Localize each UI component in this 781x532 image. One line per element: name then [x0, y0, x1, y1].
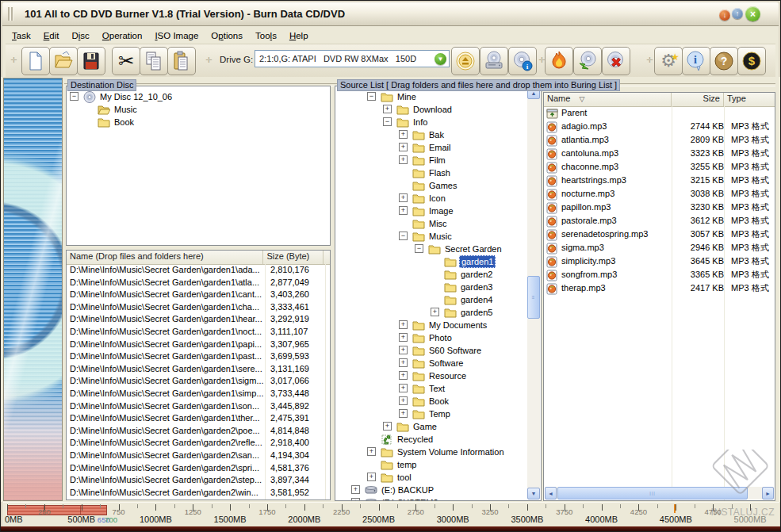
tree-item-label[interactable]: My Documents	[427, 319, 488, 331]
tree-item[interactable]: +Image	[335, 205, 529, 217]
tree-item-label[interactable]: Temp	[427, 408, 452, 420]
tree-item-label[interactable]: Image	[427, 205, 455, 217]
maximize-button[interactable]: ↑	[732, 8, 743, 19]
copy-button[interactable]	[140, 47, 168, 75]
burn-list-row[interactable]: D:\Mine\Info\Music\Secret Garden\garden1…	[67, 301, 330, 314]
tree-item-label[interactable]: System Volume Information	[396, 446, 506, 458]
source-vscrollbar[interactable]: ▲ ≡ ▼	[527, 87, 540, 499]
tree-item-label[interactable]: Photo	[427, 331, 454, 344]
expand-icon[interactable]: +	[383, 105, 392, 113]
expand-icon[interactable]: +	[367, 447, 376, 456]
expand-icon[interactable]: +	[399, 143, 408, 151]
tree-item[interactable]: temp	[335, 458, 529, 471]
burn-list-row[interactable]: D:\Mine\Info\Music\Secret Garden\garden1…	[67, 375, 330, 388]
menu-iso-image[interactable]: ISO Image	[148, 29, 205, 42]
file-list-row[interactable]: heartstrings.mp33215 KBMP3 格式	[544, 174, 775, 187]
tree-item-label[interactable]: garden4	[459, 293, 494, 306]
burn-col-size[interactable]: Size (Byte)	[263, 251, 324, 264]
file-list-row[interactable]: sigma.mp32946 KBMP3 格式	[544, 241, 775, 255]
tree-item[interactable]: +Text	[335, 382, 529, 395]
tree-item-label[interactable]: (E:) BACKUP	[380, 484, 435, 496]
burn-list-row[interactable]: D:\Mine\Info\Music\Secret Garden\garden1…	[67, 412, 330, 425]
expand-icon[interactable]: +	[399, 130, 408, 139]
file-list-row[interactable]: atlantia.mp32809 KBMP3 格式	[544, 133, 775, 147]
settings-button[interactable]: ⚙★	[654, 47, 683, 75]
tree-item[interactable]: +Software	[335, 357, 529, 369]
expand-icon[interactable]: +	[399, 333, 408, 342]
file-col-type[interactable]: Type	[724, 93, 775, 106]
tree-item[interactable]: +S60 Software	[335, 344, 529, 357]
tree-item[interactable]: −Music	[335, 230, 529, 243]
menu-tools[interactable]: Tools	[249, 29, 283, 42]
tree-item[interactable]: −Secret Garden	[335, 243, 529, 255]
tree-item-label[interactable]: Bak	[427, 128, 446, 141]
burn-list-row[interactable]: D:\Mine\Info\Music\Secret Garden\garden2…	[67, 450, 330, 462]
tree-item-label[interactable]: garden2	[459, 268, 494, 281]
tree-item-label[interactable]: Icon	[427, 192, 447, 205]
menu-help[interactable]: Help	[283, 29, 315, 42]
expand-icon[interactable]: +	[399, 384, 408, 392]
tree-item[interactable]: +System Volume Information	[335, 446, 529, 458]
collapse-icon[interactable]: −	[70, 92, 78, 101]
file-list-row[interactable]: adagio.mp32744 KBMP3 格式	[544, 120, 775, 133]
expand-icon[interactable]: +	[367, 473, 376, 481]
tree-item[interactable]: −My Disc 12_10_06	[67, 90, 330, 103]
tree-item[interactable]: +My Documents	[335, 319, 529, 331]
tree-item-label[interactable]: Info	[412, 116, 429, 128]
tree-item-label[interactable]: Resource	[427, 369, 468, 382]
tree-item-label[interactable]: My Disc 12_10_06	[98, 90, 174, 103]
hscroll-thumb[interactable]: |||	[557, 487, 748, 499]
file-col-name[interactable]: Name ▽	[544, 93, 672, 106]
tree-item-label[interactable]: garden1	[459, 255, 496, 268]
tree-item[interactable]: garden3	[335, 281, 529, 293]
open-button[interactable]	[49, 47, 78, 75]
tree-item-label[interactable]: S60 Software	[427, 344, 483, 357]
burn-list-row[interactable]: D:\Mine\Info\Music\Secret Garden\garden1…	[67, 350, 330, 363]
tree-item[interactable]: +Download	[335, 103, 529, 116]
file-list[interactable]: Name ▽ Size Type Parentadagio.mp32744 KB…	[543, 92, 775, 501]
file-list-row[interactable]: papillon.mp33230 KBMP3 格式	[544, 201, 775, 214]
collapse-icon[interactable]: −	[367, 92, 376, 101]
tree-item-label[interactable]: Download	[412, 103, 454, 116]
tree-item[interactable]: +garden5	[335, 306, 529, 319]
tree-item[interactable]: +(F:) SYSTEM2	[335, 496, 529, 501]
tree-item-label[interactable]: Misc	[427, 217, 449, 230]
expand-icon[interactable]: +	[399, 155, 408, 164]
burn-list-row[interactable]: D:\Mine\Info\Music\Secret Garden\garden2…	[67, 474, 330, 487]
tree-item-label[interactable]: Recycled	[396, 433, 435, 446]
close-button[interactable]: ×	[745, 6, 760, 21]
collapse-icon[interactable]: −	[415, 244, 423, 253]
scroll-down-icon[interactable]: ▼	[527, 488, 540, 499]
burn-list-row[interactable]: D:\Mine\Info\Music\Secret Garden\garden2…	[67, 462, 330, 475]
help-button[interactable]: ?	[710, 47, 738, 75]
tree-item-label[interactable]: Book	[113, 116, 136, 128]
tree-item[interactable]: +(E:) BACKUP	[335, 484, 529, 496]
buy-button[interactable]: $	[737, 47, 766, 75]
tree-item-label[interactable]: Games	[427, 179, 458, 192]
menu-task[interactable]: Task	[6, 29, 37, 42]
collapse-icon[interactable]: −	[399, 232, 408, 240]
expand-icon[interactable]: +	[399, 193, 408, 202]
tree-item[interactable]: garden1	[335, 255, 529, 268]
burn-list-row[interactable]: D:\Mine\Info\Music\Secret Garden\garden1…	[67, 326, 330, 339]
tree-item[interactable]: +tool	[335, 471, 529, 484]
tree-item-label[interactable]: Software	[427, 357, 465, 369]
tree-item[interactable]: −Mine	[335, 90, 529, 103]
burn-list-row[interactable]: D:\Mine\Info\Music\Secret Garden\garden1…	[67, 388, 330, 400]
burn-col-name[interactable]: Name (Drop files and folders here)	[67, 251, 263, 264]
burn-list-row[interactable]: D:\Mine\Info\Music\Secret Garden\garden1…	[67, 363, 330, 376]
expand-icon[interactable]: +	[431, 308, 439, 316]
tree-item-label[interactable]: Secret Garden	[443, 243, 503, 255]
expand-icon[interactable]: +	[351, 498, 360, 501]
expand-icon[interactable]: +	[399, 409, 408, 418]
tree-item[interactable]: garden4	[335, 293, 529, 306]
burn-list-row[interactable]: D:\Mine\Info\Music\Secret Garden\garden1…	[67, 400, 330, 413]
menu-disc[interactable]: Disc	[65, 29, 95, 42]
tree-item[interactable]: garden2	[335, 268, 529, 281]
file-list-row[interactable]: nocturne.mp33038 KBMP3 格式	[544, 187, 775, 201]
expand-icon[interactable]: +	[399, 320, 408, 329]
cut-button[interactable]: ✂	[112, 47, 140, 75]
erase-disc-button[interactable]	[602, 47, 630, 75]
expand-icon[interactable]: +	[399, 396, 408, 405]
scroll-left-icon[interactable]: ◄	[545, 487, 557, 499]
